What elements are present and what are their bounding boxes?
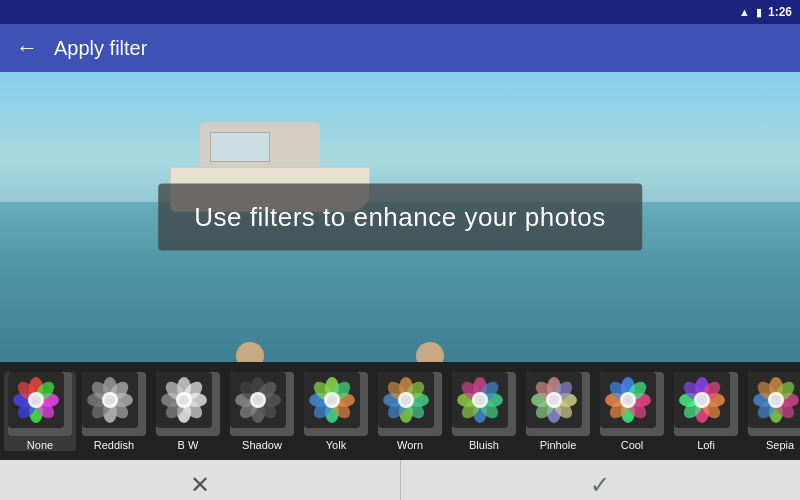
- status-time: 1:26: [768, 5, 792, 19]
- filter-label-cool: Cool: [621, 439, 644, 451]
- filter-thumb-pinhole: [526, 372, 590, 436]
- action-bar: ✕ ✓: [0, 460, 800, 500]
- filter-item-reddish[interactable]: Reddish: [78, 372, 150, 451]
- filter-label-none: None: [27, 439, 53, 451]
- filter-thumb-none: [8, 372, 72, 436]
- svg-point-43: [253, 395, 263, 405]
- filter-thumb-yolk: [304, 372, 368, 436]
- svg-point-10: [31, 395, 41, 405]
- svg-point-76: [475, 395, 485, 405]
- filter-thumb-sepia: [748, 372, 800, 436]
- status-bar: ▲ ▮ 1:26: [0, 0, 800, 24]
- svg-point-87: [549, 395, 559, 405]
- back-button[interactable]: ←: [16, 35, 38, 61]
- filter-thumb-shadow: [230, 372, 294, 436]
- filter-label-pinhole: Pinhole: [540, 439, 577, 451]
- filter-item-yolk[interactable]: Yolk: [300, 372, 372, 451]
- filter-label-yolk: Yolk: [326, 439, 346, 451]
- svg-point-32: [179, 395, 189, 405]
- cancel-icon: ✕: [190, 471, 210, 499]
- filter-label-reddish: Reddish: [94, 439, 134, 451]
- boat-windshield: [210, 132, 270, 162]
- toolbar-title: Apply filter: [54, 37, 147, 60]
- filter-thumb-bluish: [452, 372, 516, 436]
- svg-point-54: [327, 395, 337, 405]
- wifi-icon: ▲: [739, 6, 750, 18]
- filter-thumb-reddish: [82, 372, 146, 436]
- filter-thumb-cool: [600, 372, 664, 436]
- filter-item-lofi[interactable]: Lofi: [670, 372, 742, 451]
- filter-item-cool[interactable]: Cool: [596, 372, 668, 451]
- svg-point-109: [697, 395, 707, 405]
- toolbar: ← Apply filter: [0, 24, 800, 72]
- filter-thumb-worn: [378, 372, 442, 436]
- filter-item-sepia[interactable]: Sepia: [744, 372, 800, 451]
- filter-strip: None Reddish: [0, 362, 800, 460]
- overlay-message: Use filters to enhance your photos: [194, 202, 606, 232]
- filter-thumb-bw: [156, 372, 220, 436]
- filter-item-bluish[interactable]: Bluish: [448, 372, 520, 451]
- filter-thumb-lofi: [674, 372, 738, 436]
- confirm-button[interactable]: ✓: [401, 460, 801, 500]
- filter-item-bw[interactable]: B W: [152, 372, 224, 451]
- battery-icon: ▮: [756, 6, 762, 19]
- filter-label-bw: B W: [178, 439, 199, 451]
- filter-label-lofi: Lofi: [697, 439, 715, 451]
- svg-point-98: [623, 395, 633, 405]
- filter-overlay-text-box: Use filters to enhance your photos: [158, 184, 642, 251]
- svg-point-120: [771, 395, 781, 405]
- svg-point-21: [105, 395, 115, 405]
- filter-item-none[interactable]: None: [4, 372, 76, 451]
- image-area: Use filters to enhance your photos: [0, 72, 800, 362]
- cancel-button[interactable]: ✕: [0, 460, 401, 500]
- filter-label-sepia: Sepia: [766, 439, 794, 451]
- confirm-icon: ✓: [590, 471, 610, 499]
- filter-label-bluish: Bluish: [469, 439, 499, 451]
- svg-point-65: [401, 395, 411, 405]
- filter-item-shadow[interactable]: Shadow: [226, 372, 298, 451]
- filter-label-shadow: Shadow: [242, 439, 282, 451]
- filter-label-worn: Worn: [397, 439, 423, 451]
- filter-item-worn[interactable]: Worn: [374, 372, 446, 451]
- filter-item-pinhole[interactable]: Pinhole: [522, 372, 594, 451]
